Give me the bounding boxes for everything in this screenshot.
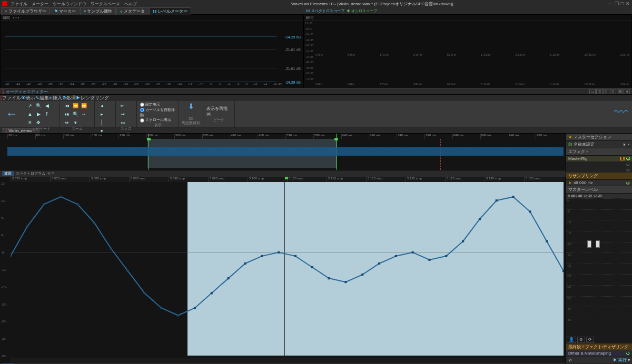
redraw-button[interactable]: 表示を再描画 [206,106,231,117]
back-button[interactable]: ← [2,104,21,123]
layout-btn-4[interactable]: ⫿ [610,89,616,94]
master-section-header[interactable]: マスターセクション [566,134,632,141]
rtab-render[interactable]: ▶レンダリング [76,95,109,101]
spectro-tabs[interactable]: ⫿⫿ スペクトロスコープ ◈ オシロスコープ [306,8,377,14]
svg-rect-15 [244,262,246,265]
run-row[interactable]: ⊘ ▶ 実行 ▾ [566,357,632,364]
display-options[interactable]: 固定表示 カーソルを自動移動 スクロール表示 [140,102,175,123]
svg-rect-19 [311,266,313,268]
waveform-canvas[interactable]: 5 070 smp5 075 smp5 080 smp5 085 smp5 09… [0,177,566,363]
ribbon-tabs[interactable]: ⟆ファイル 👁表示 ✎編集 ⊕挿入 ⚙処理 ▶レンダリング [0,95,632,101]
analysis-icon[interactable]: ⬇ [188,102,194,110]
rtab-edit[interactable]: ✎編集 [35,95,49,101]
master-meters[interactable]: 0-5-10-15-20-25-30-35-40-45-50-55 👤 ⊘ ⟳ [566,198,632,343]
minimize-icon[interactable]: — [608,1,613,6]
rtab-process[interactable]: ⚙処理 [62,95,76,101]
menu-file[interactable]: ファイル [11,1,27,7]
opt-scroll[interactable] [140,118,144,123]
overview-ruler: 20 ms80 ms120 ms180 ms220 ms280 ms330 ms… [7,134,564,139]
zoom-fwd-icon[interactable]: ⏩ [80,102,87,109]
layout-btn-3[interactable]: ▯ [603,89,609,94]
nav-zoom-in-icon[interactable]: ↗ [26,102,34,109]
nav-x-icon[interactable]: ✕ [26,119,34,126]
window-controls[interactable]: — ❐ □ ✕ [608,1,630,6]
effect-name: MasterRig [568,156,587,161]
meter-link-icon[interactable]: ⊘ [577,337,585,343]
file-tab-row[interactable]: ⟆ Violin_demo * [0,127,632,134]
zoom-drop-icon[interactable]: ▾ [72,119,79,126]
overview-wave[interactable]: 20 ms80 ms120 ms180 ms220 ms280 ms330 ms… [0,134,566,170]
cursor-mark-icon[interactable]: ⎮ [98,119,105,126]
scroll-l-icon[interactable]: ⇤ [119,102,126,109]
cursor-prev-icon[interactable]: ◂ [98,102,105,109]
nav-home-icon[interactable]: ⤒ [43,110,51,118]
zoom-in-h-icon[interactable]: ↔ [80,110,87,118]
svg-rect-23 [378,262,380,265]
canvas-marker[interactable] [284,177,288,179]
master-section: マスターセクション ▤ 名称未設定 ⏵ ★ エフェクト MasterRig S … [566,134,632,364]
rtab-view[interactable]: 👁表示 [21,95,35,101]
layout-btn-6[interactable]: ◈ [624,89,630,94]
restore-icon[interactable]: ❐ [615,1,619,6]
meter-mono-icon[interactable]: 👤 [567,337,576,343]
tab-sample-attrs[interactable]: ≡サンプル属性 [80,7,116,15]
menu-meter[interactable]: メーター [32,1,48,7]
fader-left[interactable] [587,240,591,248]
preset-row[interactable]: ▤ 名称未設定 ⏵ ★ [566,141,632,148]
effect-empty-1[interactable]: ⏻ [566,162,632,167]
rtab-insert[interactable]: ⊕挿入 [49,95,62,101]
nav-up-icon[interactable]: ▲ [26,110,34,118]
editor-bar-tools[interactable]: ▭ ◫ ▯ ⫿ ▤ ◈ [589,89,630,94]
maximize-icon[interactable]: □ [621,1,624,6]
effect-slot[interactable]: MasterRig S ⏻ [566,156,632,162]
group-peak-label: ピーク [213,117,224,123]
level-readout: 0 dB 0 dB -14.29 -14.29 [566,194,632,198]
tab-spectroscope[interactable]: ⫿⫿ スペクトロスコープ [306,9,344,13]
zoom-out-h-icon[interactable]: ⇔ [63,119,71,126]
tab-oscilloscope[interactable]: ◈ オシロスコープ [347,9,377,13]
horizontal-scrollbar[interactable] [11,358,564,363]
canvas-view-tabs[interactable]: 波形 スペクトログラム ⟲ ✎ [0,170,566,177]
nav-drag-icon[interactable]: ✥ [35,119,42,126]
opt-fixed[interactable] [140,103,144,107]
nav-zoom-out-icon[interactable]: 🔍 [35,102,42,109]
effect-empty-2[interactable]: ⏻ [566,167,632,173]
svg-rect-6 [93,221,95,224]
cursor-next-icon[interactable]: ▸ [98,110,105,118]
layout-btn-2[interactable]: ◫ [596,89,603,94]
layout-btn-5[interactable]: ▤ [617,89,623,94]
resample-rate[interactable]: ► 48 000 Hz ⏻ [566,180,632,186]
rtab-file[interactable]: ⟆ファイル [0,95,21,101]
bypass-icon[interactable]: ⊘ [568,358,572,362]
meter-reset-icon[interactable]: ⟳ [586,337,594,343]
svg-rect-21 [344,281,347,283]
tab-level-meter[interactable]: ⫿⫿レベルメーター [149,7,191,15]
tab-metadata[interactable]: ⟐メタデータ [116,7,149,15]
svg-rect-13 [211,292,213,294]
tab-file-browser[interactable]: ≡ファイルブラウザー [1,7,50,15]
svg-rect-3 [43,203,45,205]
menu-bar[interactable]: ファイル メーター ツールウィンドウ ワークスペース ヘルプ [11,1,137,7]
zoom-next-icon[interactable]: ⏭ [63,110,71,118]
zoom-prev-icon[interactable]: ⏮ [63,102,71,109]
menu-tools[interactable]: ツールウィンドウ [53,1,86,7]
zoom-mag-icon[interactable]: 🔍 [72,110,79,118]
db-rms-bot: -21.61 dB [285,67,301,70]
layout-btn-1[interactable]: ▭ [589,89,596,94]
nav-end-icon[interactable]: ▶ [35,110,42,118]
menu-workspace[interactable]: ワークスペース [91,1,120,7]
zoom-rew-icon[interactable]: ⏪ [72,102,79,109]
run-menu-icon[interactable]: ▾ [628,358,630,362]
dither-slot[interactable]: Dither & NoiseShaping ⏻ [566,350,632,357]
fader-right[interactable] [596,240,600,248]
scroll-r-icon[interactable]: ⇥ [119,110,126,118]
menu-help[interactable]: ヘルプ [124,1,137,7]
view-waveform-tab[interactable]: 波形 [2,171,14,176]
tab-marker[interactable]: ⚑マーカー [51,7,80,15]
view-spectrogram-tab[interactable]: スペクトログラム [16,171,45,176]
opt-follow[interactable] [140,108,144,112]
scroll-sel-icon[interactable]: ▭ [119,119,126,126]
nav-start-icon[interactable]: ◀ [43,102,51,109]
level-meter-head: 瞬間 • • • [1,15,303,21]
close-icon[interactable]: ✕ [626,1,630,6]
